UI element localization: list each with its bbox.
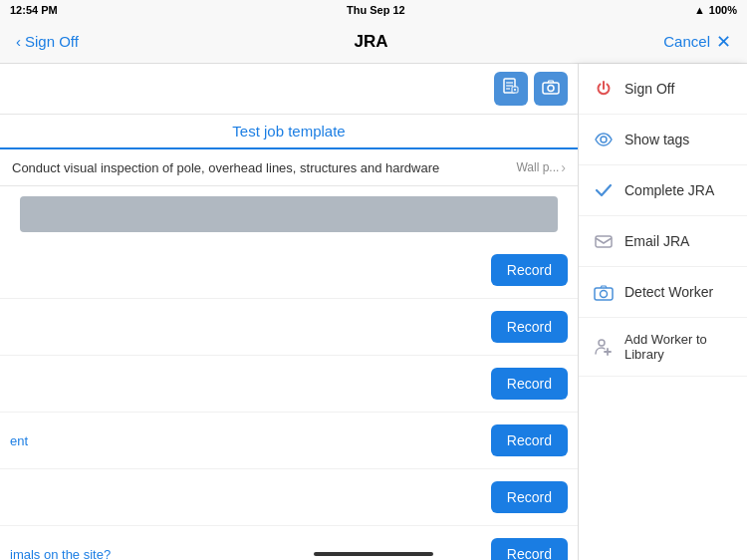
record-button-5[interactable]: Record	[491, 481, 568, 513]
template-label: Test job template	[0, 115, 578, 149]
back-button[interactable]: ‹ Sign Off	[16, 33, 79, 50]
detect-camera-icon	[593, 281, 615, 303]
record-row: ent Record	[0, 413, 578, 469]
cancel-button[interactable]: Cancel ✕	[663, 31, 731, 53]
menu-label-add-worker: Add Worker to Library	[624, 332, 733, 362]
menu-label-detect-worker: Detect Worker	[624, 284, 713, 300]
record-button-1[interactable]: Record	[491, 254, 568, 286]
menu-item-add-worker[interactable]: Add Worker to Library	[579, 318, 747, 377]
status-bar: 12:54 PM Thu Sep 12 ▲ 100%	[0, 0, 747, 20]
inspection-row: Conduct visual inspection of pole, overh…	[0, 149, 578, 186]
menu-item-show-tags[interactable]: Show tags	[579, 115, 747, 165]
mail-icon	[593, 230, 615, 252]
svg-point-9	[601, 137, 607, 142]
wall-label-text: Wall p...	[516, 160, 559, 174]
right-panel: Sign Off Show tags Complete JRA	[578, 64, 747, 560]
camera-button[interactable]	[534, 72, 568, 106]
chevron-right-icon: ›	[561, 159, 566, 175]
menu-label-sign-off: Sign Off	[624, 81, 674, 97]
main-container: Test job template Conduct visual inspect…	[0, 64, 747, 560]
eye-icon	[593, 129, 615, 150]
menu-item-complete-jra[interactable]: Complete JRA	[579, 165, 747, 216]
record-row: imals on the site? Record	[0, 526, 578, 560]
toolbar	[0, 64, 578, 115]
row-content-4: ent	[10, 433, 491, 448]
menu-label-show-tags: Show tags	[624, 132, 689, 147]
record-row: Record	[0, 299, 578, 356]
power-icon	[593, 78, 615, 100]
status-date: Thu Sep 12	[347, 4, 405, 16]
cancel-label: Cancel	[663, 33, 710, 50]
record-button-6[interactable]: Record	[491, 538, 568, 560]
record-button-3[interactable]: Record	[491, 368, 568, 400]
person-add-icon	[593, 336, 615, 358]
inspection-text: Conduct visual inspection of pole, overh…	[12, 160, 516, 175]
record-rows: Record Record Record ent Record Record i…	[0, 242, 578, 560]
menu-item-sign-off[interactable]: Sign Off	[579, 64, 747, 115]
status-time: 12:54 PM	[10, 4, 58, 16]
svg-rect-10	[596, 236, 612, 247]
record-button-4[interactable]: Record	[491, 424, 568, 456]
section-header	[20, 196, 558, 232]
camera-icon	[542, 78, 560, 100]
menu-label-complete-jra: Complete JRA	[624, 182, 714, 198]
home-indicator	[314, 552, 433, 556]
close-icon: ✕	[716, 31, 731, 53]
status-right: ▲ 100%	[694, 4, 737, 16]
check-icon	[593, 179, 615, 201]
wall-label: Wall p... ›	[516, 159, 566, 175]
menu-item-detect-worker[interactable]: Detect Worker	[579, 267, 747, 318]
left-panel: Test job template Conduct visual inspect…	[0, 64, 578, 560]
svg-point-8	[548, 86, 554, 92]
svg-point-12	[601, 291, 608, 298]
record-row: Record	[0, 469, 578, 526]
chevron-left-icon: ‹	[16, 33, 21, 50]
record-row: Record	[0, 242, 578, 299]
document-icon	[502, 78, 520, 100]
svg-rect-7	[543, 83, 559, 94]
record-button-2[interactable]: Record	[491, 311, 568, 343]
battery-label: 100%	[709, 4, 737, 16]
svg-point-13	[599, 340, 605, 346]
menu-label-email-jra: Email JRA	[624, 233, 689, 249]
menu-item-email-jra[interactable]: Email JRA	[579, 216, 747, 267]
page-title: JRA	[355, 32, 388, 52]
document-button[interactable]	[494, 72, 528, 106]
record-row: Record	[0, 356, 578, 413]
header: ‹ Sign Off JRA Cancel ✕	[0, 20, 747, 64]
back-label: Sign Off	[25, 33, 79, 50]
wifi-icon: ▲	[694, 4, 705, 16]
